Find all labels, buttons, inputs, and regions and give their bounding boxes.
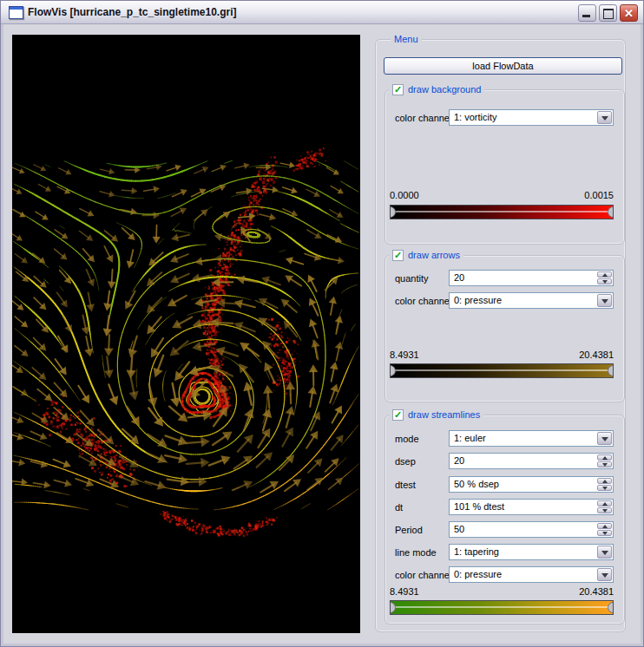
arrows-quantity-label: quantity	[395, 273, 429, 284]
minimize-icon	[582, 15, 590, 17]
sl-slider-max-handle[interactable]	[608, 602, 614, 613]
draw-streamlines-legend: ✓ draw streamlines	[389, 408, 483, 421]
bg-gradient-slider[interactable]	[390, 205, 614, 219]
maximize-icon	[603, 9, 614, 19]
sl-scale-labels: 8.4931 20.4381	[390, 586, 614, 597]
sl-dsep-spinbox[interactable]: 20	[449, 453, 614, 469]
menu-groupbox-title: Menu	[391, 33, 422, 45]
sl-dtest-spinbox[interactable]: 50 % dsep	[449, 476, 614, 493]
bg-color-channel-label: color channel	[395, 113, 451, 123]
sl-gradient-slider[interactable]	[390, 600, 614, 615]
sl-period-spinbox[interactable]: 50	[449, 521, 614, 538]
app-icon	[9, 6, 23, 19]
close-button[interactable]: ✕	[620, 4, 638, 22]
arrows-scale-min: 8.4931	[390, 350, 419, 360]
sl-dt-label: dt	[395, 502, 403, 513]
draw-background-legend: ✓ draw background	[389, 83, 484, 95]
arrows-color-channel-combobox[interactable]: 0: pressure	[449, 292, 614, 309]
arrows-color-channel-label: color channel	[395, 296, 451, 306]
bg-scale-min: 0.0000	[390, 190, 419, 200]
chevron-down-icon[interactable]	[597, 432, 612, 445]
spin-down-icon[interactable]	[597, 485, 612, 491]
sl-line-mode-label: line mode	[395, 547, 437, 558]
chevron-down-icon[interactable]	[597, 111, 612, 124]
minimize-button[interactable]	[578, 4, 596, 22]
app-window: FlowVis [hurricane_p_tc_singletime10.gri…	[0, 0, 644, 647]
arrows-scale-labels: 8.4931 20.4381	[390, 350, 614, 360]
sl-dt-spinbox[interactable]: 101 % dtest	[449, 499, 614, 515]
draw-streamlines-checkbox[interactable]: ✓	[392, 409, 404, 421]
sl-scale-max: 20.4381	[579, 586, 614, 597]
draw-streamlines-label: draw streamlines	[408, 408, 480, 421]
chevron-down-icon[interactable]	[597, 546, 612, 559]
spin-down-icon[interactable]	[597, 278, 612, 284]
sl-line-mode-combobox[interactable]: 1: tapering	[449, 544, 614, 560]
maximize-button[interactable]	[599, 4, 617, 22]
load-flowdata-button[interactable]: load FlowData	[384, 57, 622, 75]
bg-slider-max-handle[interactable]	[608, 206, 614, 218]
arrows-quantity-spinbox[interactable]: 20	[449, 270, 614, 286]
sl-dsep-label: dsep	[395, 456, 416, 467]
sl-color-channel-label: color channel	[395, 570, 451, 580]
arrows-slider-max-handle[interactable]	[608, 365, 614, 376]
sl-mode-combobox[interactable]: 1: euler	[449, 430, 614, 447]
draw-arrows-legend: ✓ draw arrows	[389, 249, 463, 261]
window-title: FlowVis [hurricane_p_tc_singletime10.gri…	[28, 1, 237, 23]
arrows-scale-max: 20.4381	[579, 350, 614, 360]
bg-color-channel-combobox[interactable]: 1: vorticity	[449, 109, 614, 126]
sl-mode-label: mode	[395, 434, 419, 444]
bg-scale-max: 0.0015	[584, 190, 614, 200]
sl-period-label: Period	[395, 525, 423, 535]
arrows-gradient-slider[interactable]	[390, 363, 614, 378]
spin-down-icon[interactable]	[597, 507, 612, 513]
draw-background-checkbox[interactable]: ✓	[392, 84, 404, 95]
sl-dtest-label: dtest	[395, 480, 416, 490]
flow-visualization-viewport	[12, 35, 360, 633]
spin-up-icon[interactable]	[597, 500, 612, 506]
spin-up-icon[interactable]	[597, 271, 612, 278]
spin-down-icon[interactable]	[597, 461, 612, 467]
spin-up-icon[interactable]	[597, 523, 612, 529]
spin-up-icon[interactable]	[597, 478, 612, 484]
title-bar[interactable]: FlowVis [hurricane_p_tc_singletime10.gri…	[1, 1, 643, 24]
spin-down-icon[interactable]	[597, 530, 612, 536]
sl-scale-min: 8.4931	[390, 586, 419, 597]
draw-background-label: draw background	[408, 83, 481, 95]
draw-arrows-label: draw arrows	[408, 249, 460, 261]
chevron-down-icon[interactable]	[597, 568, 612, 581]
chevron-down-icon[interactable]	[597, 294, 612, 307]
bg-scale-labels: 0.0000 0.0015	[390, 190, 614, 200]
close-icon: ✕	[621, 5, 637, 21]
spin-up-icon[interactable]	[597, 454, 612, 461]
sl-color-channel-combobox[interactable]: 0: pressure	[449, 566, 614, 583]
draw-arrows-checkbox[interactable]: ✓	[392, 250, 404, 261]
